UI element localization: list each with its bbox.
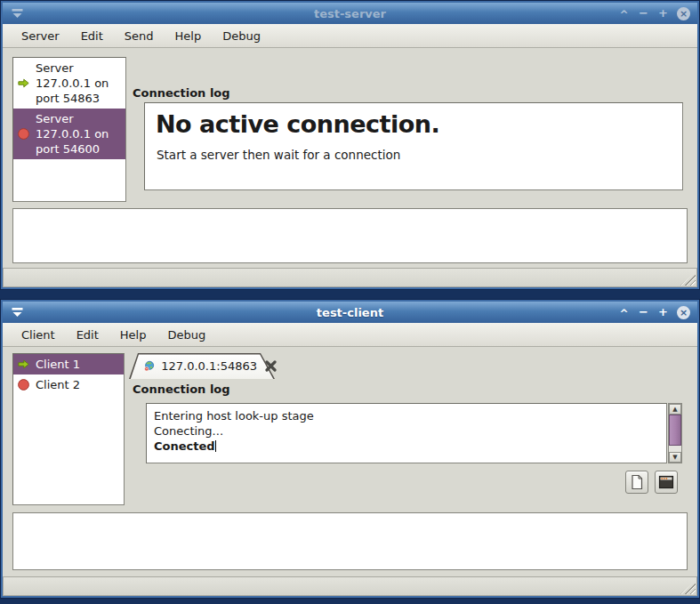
message-input[interactable] <box>12 512 688 570</box>
window-menu-icon[interactable] <box>10 305 24 319</box>
server-list-item-2[interactable]: Server 127.0.0.1 on port 54600 <box>13 109 125 159</box>
connection-tab[interactable]: 127.0.0.1:54863 <box>129 353 277 379</box>
log-line: Conecting... <box>154 423 659 439</box>
menu-server[interactable]: Server <box>12 26 69 46</box>
connection-log-label: Connection log <box>133 86 230 100</box>
client-list-item-1[interactable]: Client 1 <box>13 354 124 374</box>
no-connection-message: Start a server then wait for a connectio… <box>157 148 682 162</box>
tab-close-icon[interactable] <box>265 360 277 372</box>
client-content: Client 1 Client 2 127.0.0.1:54863 <box>3 347 697 596</box>
window-menu-icon[interactable] <box>10 6 24 20</box>
window-title: test-server <box>3 7 697 20</box>
resize-grip[interactable] <box>680 581 696 594</box>
minimize-button[interactable]: − <box>638 7 649 20</box>
client-menubar: Client Edit Help Debug <box>3 323 697 347</box>
running-arrow-icon <box>17 358 30 371</box>
server-content: Server 127.0.0.1 on port 54863 Server 12… <box>3 48 697 287</box>
save-log-button[interactable] <box>625 471 648 494</box>
client-statusbar <box>3 576 697 596</box>
shade-button[interactable]: ^ <box>618 9 630 21</box>
window-icon <box>658 475 674 489</box>
menu-edit[interactable]: Edit <box>71 26 113 46</box>
client-item-label: Client 1 <box>36 357 80 372</box>
menu-help[interactable]: Help <box>110 325 157 345</box>
menu-send[interactable]: Send <box>115 26 164 46</box>
document-icon <box>630 474 644 490</box>
client-window: test-client ^ − + × Client Edit Help Deb… <box>1 300 699 598</box>
client-list: Client 1 Client 2 <box>12 353 125 505</box>
shade-button[interactable]: ^ <box>618 308 630 320</box>
server-list: Server 127.0.0.1 on port 54863 Server 12… <box>12 57 126 202</box>
client-list-item-2[interactable]: Client 2 <box>13 374 124 395</box>
text-cursor <box>215 440 216 452</box>
server-list-item-1[interactable]: Server 127.0.0.1 on port 54863 <box>13 58 125 109</box>
menu-help[interactable]: Help <box>165 26 212 46</box>
network-globe-icon <box>144 358 155 374</box>
server-item-label: Server 127.0.0.1 on port 54600 <box>36 111 109 157</box>
log-line: Conected <box>154 439 215 453</box>
server-window: test-server ^ − + × Server Edit Send Hel… <box>1 1 699 289</box>
resize-grip[interactable] <box>680 272 696 286</box>
detach-window-button[interactable] <box>655 471 678 494</box>
stopped-circle-icon <box>17 127 30 141</box>
close-button[interactable]: × <box>677 7 690 20</box>
menu-debug[interactable]: Debug <box>213 26 270 46</box>
message-input[interactable] <box>12 208 688 263</box>
client-item-label: Client 2 <box>36 377 80 392</box>
log-scrollbar[interactable]: ▲ ▼ <box>668 403 682 463</box>
scrollbar-thumb[interactable] <box>669 415 681 446</box>
server-item-label: Server 127.0.0.1 on port 54863 <box>36 60 109 106</box>
tab-label: 127.0.0.1:54863 <box>161 359 257 373</box>
client-titlebar[interactable]: test-client ^ − + × <box>3 302 697 323</box>
minimize-button[interactable]: − <box>638 306 649 318</box>
close-button[interactable]: × <box>677 306 690 319</box>
scroll-up-icon[interactable]: ▲ <box>669 404 681 415</box>
maximize-button[interactable]: + <box>657 7 669 20</box>
scrollbar-track[interactable] <box>669 446 681 452</box>
no-connection-heading: No active connection. <box>156 110 682 138</box>
log-line: Entering host look-up stage <box>154 408 659 423</box>
connection-log-label: Connection log <box>133 383 230 396</box>
menu-edit[interactable]: Edit <box>67 325 109 345</box>
server-statusbar <box>3 268 697 287</box>
maximize-button[interactable]: + <box>657 306 669 318</box>
menu-debug[interactable]: Debug <box>157 325 215 345</box>
connection-log-view[interactable]: Entering host look-up stage Conecting...… <box>146 403 667 463</box>
running-arrow-icon <box>17 77 30 90</box>
stopped-circle-icon <box>17 378 30 391</box>
server-menubar: Server Edit Send Help Debug <box>3 24 697 48</box>
scroll-down-icon[interactable]: ▼ <box>669 452 681 463</box>
server-titlebar[interactable]: test-server ^ − + × <box>3 3 697 24</box>
menu-client[interactable]: Client <box>12 325 65 345</box>
window-title: test-client <box>3 306 697 319</box>
connection-log-view: No active connection. Start a server the… <box>144 102 683 190</box>
